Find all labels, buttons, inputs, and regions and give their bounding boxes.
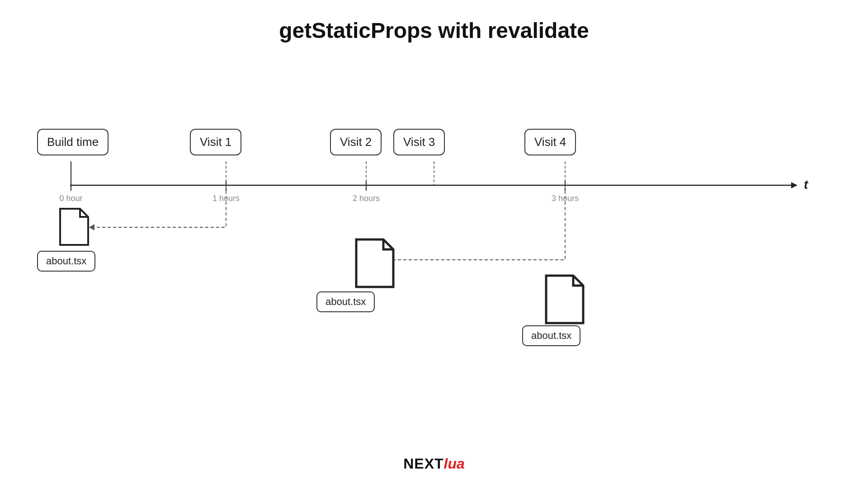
label-visit-4: Visit 4 — [524, 129, 576, 155]
label-build-time: Build time — [37, 129, 108, 155]
timeline-t-label: t — [804, 178, 809, 192]
brand-logo: NEXT lua — [403, 455, 465, 472]
svg-marker-1 — [791, 182, 797, 188]
file-icon-1 — [60, 209, 88, 245]
brand-lua: lua — [444, 455, 465, 472]
label-visit-3: Visit 3 — [393, 129, 445, 155]
tick-0-label: 0 hour — [59, 194, 82, 203]
file-label-2: about.tsx — [316, 291, 375, 312]
file-label-3: about.tsx — [522, 325, 580, 346]
tick-2a-label: 2 hours — [353, 194, 380, 203]
brand-next: NEXT — [403, 455, 443, 472]
label-visit-1: Visit 1 — [190, 129, 241, 155]
file-icon-3 — [546, 276, 583, 323]
diagram-svg: t 0 hour 1 hours 2 hours 3 hours — [0, 0, 868, 488]
svg-marker-11 — [89, 224, 94, 230]
file-label-1: about.tsx — [37, 251, 95, 272]
label-visit-2: Visit 2 — [330, 129, 382, 155]
file-icon-2 — [356, 239, 393, 287]
